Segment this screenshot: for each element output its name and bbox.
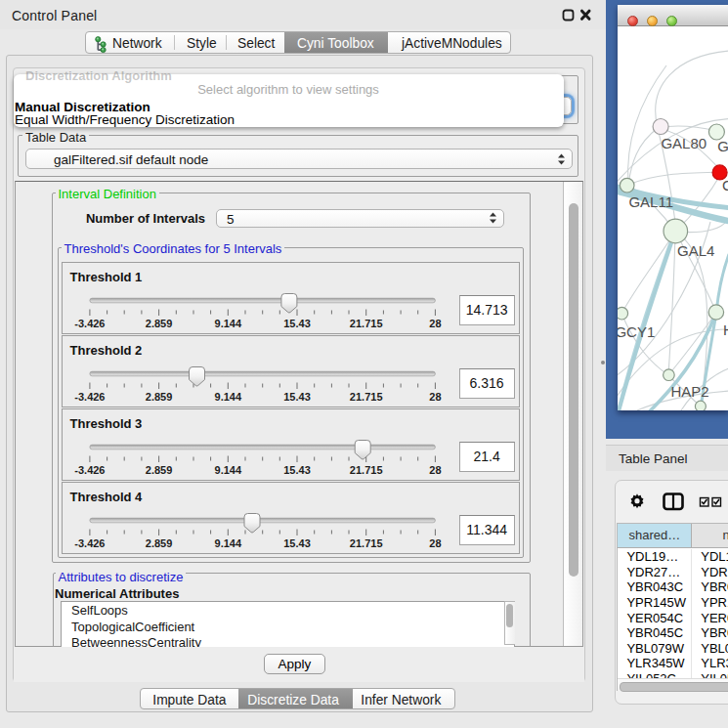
svg-text:21.715: 21.715 — [349, 391, 382, 403]
svg-text:28: 28 — [429, 318, 441, 329]
svg-text:2.859: 2.859 — [145, 318, 172, 329]
svg-text:28: 28 — [429, 537, 441, 549]
svg-text:9.144: 9.144 — [214, 318, 241, 329]
svg-text:HAP2: HAP2 — [670, 383, 708, 400]
svg-text:21.715: 21.715 — [349, 318, 382, 329]
svg-text:GAL80: GAL80 — [661, 135, 707, 151]
svg-text:15.43: 15.43 — [283, 318, 311, 329]
svg-text:-3.426: -3.426 — [74, 537, 105, 549]
svg-text:28: 28 — [429, 464, 441, 476]
svg-text:9.144: 9.144 — [214, 391, 241, 403]
svg-text:-3.426: -3.426 — [74, 391, 105, 403]
svg-text:2.859: 2.859 — [145, 537, 172, 549]
svg-text:G.: G. — [717, 138, 728, 154]
svg-text:GAL4: GAL4 — [677, 242, 714, 259]
svg-text:-3.426: -3.426 — [74, 318, 105, 329]
svg-text:H: H — [723, 321, 728, 338]
svg-text:21.715: 21.715 — [349, 464, 382, 476]
svg-text:15.43: 15.43 — [283, 464, 311, 476]
svg-text:9.144: 9.144 — [214, 464, 241, 476]
svg-text:-3.426: -3.426 — [74, 464, 105, 476]
svg-text:2.859: 2.859 — [145, 391, 172, 403]
svg-text:GCY1: GCY1 — [618, 323, 655, 340]
svg-text:C: C — [722, 177, 728, 193]
svg-text:15.43: 15.43 — [283, 537, 311, 549]
svg-text:28: 28 — [429, 391, 441, 403]
svg-text:GAL11: GAL11 — [628, 193, 673, 210]
svg-text:9.144: 9.144 — [214, 537, 241, 549]
svg-text:21.715: 21.715 — [349, 537, 382, 549]
svg-text:15.43: 15.43 — [283, 391, 311, 403]
svg-text:2.859: 2.859 — [145, 464, 172, 476]
